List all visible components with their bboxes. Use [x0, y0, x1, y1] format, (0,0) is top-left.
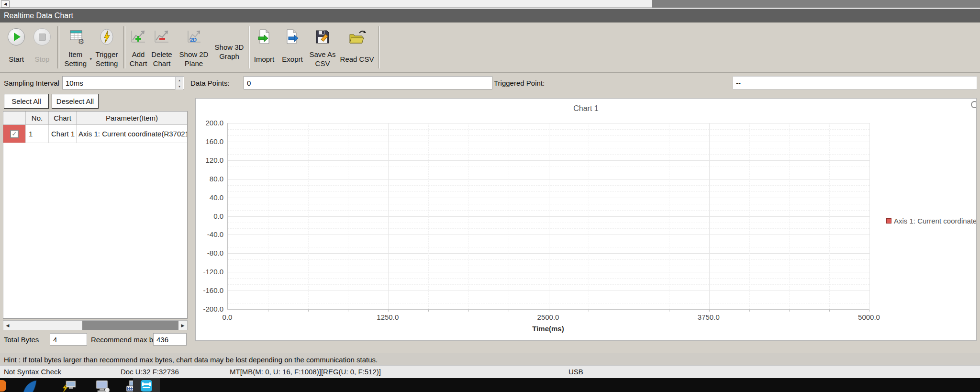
x-tick-label: 5000.0 [850, 313, 888, 321]
x-tick-mark [709, 310, 710, 312]
svg-text:⚙: ⚙ [78, 37, 84, 45]
x-tick-mark [669, 310, 669, 312]
svg-text:2D: 2D [190, 37, 197, 43]
header-check-column[interactable] [3, 112, 26, 124]
triggered-point-label: Triggered Point: [494, 79, 545, 87]
scroll-left-icon[interactable] [3, 321, 12, 330]
x-tick-mark [869, 310, 870, 312]
x-tick-mark [348, 310, 348, 312]
magnifier-icon[interactable] [970, 100, 977, 110]
status-doc: Doc U:32 F:32736 [121, 368, 179, 376]
computer-icon[interactable] [94, 380, 111, 392]
data-points-field[interactable]: 0 [244, 76, 492, 90]
x-tick-mark [388, 310, 389, 312]
chart-plot-area[interactable] [227, 123, 869, 310]
spinner-up-icon[interactable] [175, 77, 183, 83]
device-tool-icon[interactable] [61, 380, 78, 392]
data-points-label: Data Points: [190, 79, 230, 87]
gridline-v [869, 123, 870, 309]
total-bytes-field[interactable]: 4 [50, 333, 87, 346]
import-button[interactable]: Imoprt [251, 24, 278, 70]
sampling-interval-input[interactable]: 10ms [62, 76, 184, 90]
x-tick-label: 2500.0 [529, 313, 568, 321]
table-hscrollbar[interactable] [3, 320, 188, 330]
start-icon [8, 26, 25, 47]
hint-text: Hint : If total bytes larger than recomm… [4, 356, 378, 364]
show-2d-plane-button[interactable]: 2D Show 2D Plane [178, 24, 210, 70]
header-parameter[interactable]: Parameter(Item) [77, 112, 187, 124]
table-row[interactable]: 1 Chart 1 Axis 1: Current coordinate(R37… [3, 125, 187, 143]
y-tick-label: -40.0 [196, 230, 223, 238]
x-tick-mark [629, 310, 629, 312]
delete-chart-icon [153, 26, 170, 47]
gridline-v-minor [428, 123, 429, 309]
y-tick-label: 120.0 [196, 156, 223, 164]
x-axis-title: Time(ms) [227, 325, 869, 333]
status-memory: MT[MB(M: 0, U: 16, F:1008)][REG(U: 0, F:… [230, 368, 381, 376]
toolbar: Start Stop ⚙ Item Setting▾ [0, 22, 980, 73]
add-chart-button[interactable]: Add Chart [125, 24, 151, 70]
taskbar-active-app[interactable] [133, 378, 160, 392]
chart-panel: Chart 1 200.0160.0120.080.040.00.0-40.0-… [195, 98, 977, 341]
y-tick-label: -160.0 [196, 286, 223, 294]
gridline-v-minor [509, 123, 509, 309]
chart-title: Chart 1 [196, 104, 976, 113]
y-tick-label: 160.0 [196, 137, 223, 146]
triggered-point-field[interactable]: -- [733, 76, 977, 90]
show-3d-graph-button[interactable]: Show 3D Graph [212, 24, 246, 70]
y-tick-label: 80.0 [196, 175, 223, 183]
chart-legend: Axis 1: Current coordinate [886, 217, 977, 225]
select-all-button[interactable]: Select All [4, 94, 49, 109]
gridline-v-minor [589, 123, 589, 309]
delete-chart-button[interactable]: Delete Chart [148, 24, 175, 70]
recommend-max-bytes-field[interactable]: 436 [153, 333, 187, 346]
x-tick-mark [749, 310, 750, 312]
x-tick-mark [268, 310, 268, 312]
x-tick-mark [829, 310, 830, 312]
x-tick-label: 3750.0 [690, 313, 728, 321]
export-button[interactable]: Exoprt [279, 24, 305, 70]
taskbar [0, 378, 980, 392]
strip-left-arrow-icon[interactable] [1, 0, 10, 8]
y-tick-label: 0.0 [196, 212, 223, 220]
table-header-row: No. Chart Parameter(Item) [3, 112, 187, 125]
scrollbar-thumb[interactable] [82, 321, 178, 330]
item-setting-button[interactable]: ⚙ Item Setting▾ [62, 24, 92, 70]
gridline-v-minor [348, 123, 348, 309]
hint-bar: Hint : If total bytes larger than recomm… [0, 353, 980, 366]
import-icon [256, 26, 272, 47]
stop-button: Stop [31, 24, 54, 70]
gridline-v-minor [268, 123, 268, 309]
save-csv-icon [314, 26, 331, 47]
gridline-v-minor [308, 123, 309, 309]
read-csv-button[interactable]: Read CSV [340, 24, 374, 70]
header-no[interactable]: No. [26, 112, 49, 124]
row-parameter: Axis 1: Current coordinate(R37021 [77, 125, 187, 143]
status-connection: USB [568, 368, 583, 376]
row-checkbox[interactable] [10, 130, 19, 138]
gridline-v [388, 123, 389, 309]
wireshark-icon[interactable] [22, 380, 40, 392]
deselect-all-button[interactable]: Deselect All [52, 94, 99, 109]
top-strip-track [0, 0, 652, 8]
scroll-right-icon[interactable] [178, 321, 187, 330]
active-app-icon [141, 380, 152, 392]
gridline-v-minor [789, 123, 790, 309]
y-tick-label: -80.0 [196, 249, 223, 257]
save-as-csv-button[interactable]: Save As CSV [307, 24, 338, 70]
header-chart[interactable]: Chart [49, 112, 77, 124]
trigger-setting-button[interactable]: Trigger Setting [92, 24, 122, 70]
x-tick-mark [789, 310, 790, 312]
x-tick-mark [308, 310, 309, 312]
gridline-v-minor [629, 123, 629, 309]
item-table: No. Chart Parameter(Item) 1 Chart 1 Axis… [3, 111, 188, 319]
total-bytes-label: Total Bytes [4, 336, 39, 344]
trigger-setting-icon [100, 26, 114, 47]
x-tick-mark [549, 310, 549, 312]
y-tick-label: -120.0 [196, 268, 223, 276]
spinner-down-icon[interactable] [175, 83, 183, 90]
row-check-cell [3, 125, 26, 143]
taskbar-app-icon[interactable] [0, 380, 6, 392]
start-button[interactable]: Start [4, 24, 29, 70]
show-2d-plane-icon: 2D [185, 26, 202, 47]
